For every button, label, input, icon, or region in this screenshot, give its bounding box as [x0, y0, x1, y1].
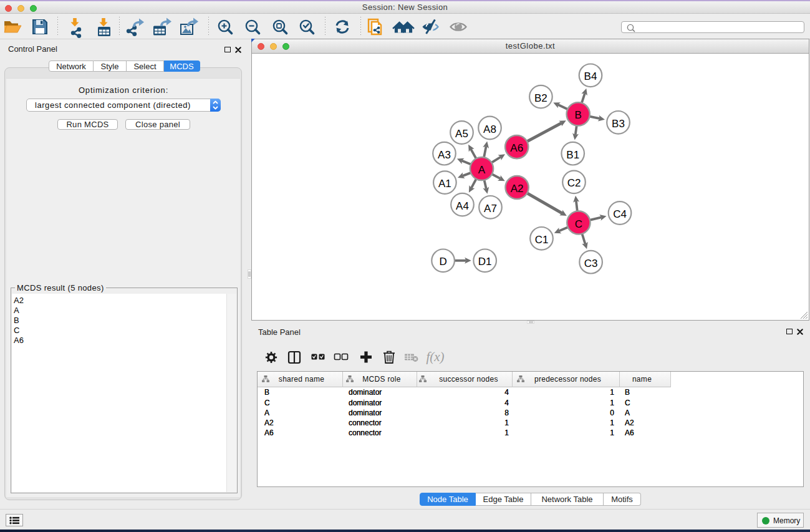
svg-text:A2: A2	[511, 183, 524, 195]
svg-text:A1: A1	[438, 178, 451, 190]
svg-text:B1: B1	[566, 149, 579, 161]
svg-text:A: A	[478, 164, 486, 176]
svg-text:A4: A4	[456, 200, 469, 212]
svg-text:C3: C3	[584, 258, 598, 269]
svg-text:A7: A7	[484, 203, 497, 215]
svg-text:B: B	[575, 109, 582, 121]
svg-text:f(x): f(x)	[426, 349, 444, 364]
svg-text:B2: B2	[534, 92, 547, 104]
svg-text:D1: D1	[478, 256, 492, 268]
svg-text:C4: C4	[613, 208, 627, 220]
svg-text:A5: A5	[455, 128, 468, 140]
svg-text:A6: A6	[510, 142, 523, 154]
svg-text:C: C	[575, 218, 582, 230]
svg-text:A3: A3	[438, 149, 451, 161]
svg-text:C2: C2	[567, 177, 581, 189]
svg-text:B4: B4	[584, 70, 597, 82]
svg-text:C1: C1	[535, 234, 549, 246]
svg-text:D: D	[439, 256, 446, 268]
svg-text:A8: A8	[483, 123, 496, 135]
svg-text:B3: B3	[612, 118, 625, 130]
